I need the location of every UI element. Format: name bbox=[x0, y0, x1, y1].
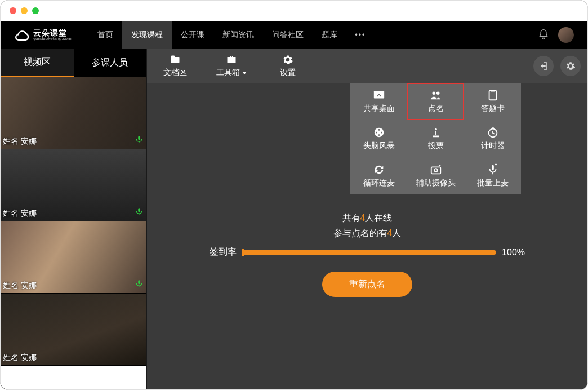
online-count-row: 共有4人在线 bbox=[210, 212, 525, 224]
side-tabs: 视频区 参课人员 bbox=[1, 49, 146, 77]
config-button[interactable] bbox=[560, 56, 581, 76]
rate-percent: 100% bbox=[502, 247, 525, 258]
roll-call-item[interactable]: 点名 bbox=[407, 83, 464, 120]
video-tile[interactable]: 姓名 安娜 bbox=[1, 77, 146, 149]
nav-public[interactable]: 公开课 bbox=[172, 21, 213, 49]
svg-point-15 bbox=[434, 169, 438, 172]
mic-icon bbox=[135, 207, 143, 218]
aux-camera-item[interactable]: 辅助摄像头 bbox=[407, 157, 464, 194]
participant-name: 姓名 安娜 bbox=[3, 353, 37, 363]
item-label: 共享桌面 bbox=[363, 104, 395, 114]
camera-plus-icon bbox=[429, 163, 443, 176]
timer-icon bbox=[486, 126, 500, 139]
rate-label: 签到率 bbox=[210, 246, 237, 258]
item-label: 头脑风暴 bbox=[363, 141, 395, 151]
folder-icon bbox=[169, 54, 181, 65]
participant-name: 姓名 安娜 bbox=[3, 281, 37, 291]
clipboard-icon bbox=[486, 89, 500, 101]
gear-icon bbox=[282, 54, 294, 65]
doc-area-button[interactable]: 文档区 bbox=[147, 49, 203, 83]
nav-question-bank[interactable]: 题库 bbox=[313, 21, 346, 49]
timer-item[interactable]: 计时器 bbox=[464, 120, 521, 157]
item-label: 点名 bbox=[428, 104, 444, 114]
settings-button[interactable]: 设置 bbox=[260, 49, 316, 83]
notification-bell-icon[interactable] bbox=[538, 29, 549, 42]
cloud-icon bbox=[14, 27, 30, 43]
brainstorm-item[interactable]: 头脑风暴 bbox=[350, 120, 407, 157]
svg-rect-12 bbox=[433, 136, 439, 138]
video-tile-empty bbox=[1, 366, 146, 389]
toolbox-label: 工具箱 bbox=[216, 68, 247, 78]
brand-sub: yunduoketang.com bbox=[33, 37, 72, 41]
video-tile[interactable]: 姓名 安娜 bbox=[1, 221, 146, 294]
briefcase-icon bbox=[225, 54, 238, 65]
video-tile[interactable]: 姓名 安娜 bbox=[1, 294, 146, 366]
nav-news[interactable]: 新闻资讯 bbox=[213, 21, 263, 49]
share-screen-icon bbox=[372, 89, 386, 101]
svg-rect-11 bbox=[435, 131, 436, 135]
mic-icon bbox=[135, 280, 143, 290]
main-toolbar: 文档区 工具箱 设置 bbox=[147, 49, 587, 83]
nav-qa[interactable]: 问答社区 bbox=[263, 21, 313, 49]
video-tile[interactable]: 姓名 安娜 bbox=[1, 149, 146, 221]
item-label: 批量上麦 bbox=[477, 178, 509, 188]
svg-rect-4 bbox=[491, 90, 495, 92]
gear-icon bbox=[565, 61, 576, 71]
item-label: 投票 bbox=[428, 141, 444, 151]
svg-point-6 bbox=[378, 129, 380, 131]
re-rollcall-button[interactable]: 重新点名 bbox=[322, 272, 412, 297]
app-window: 云朵课堂 yunduoketang.com 首页 发现课程 公开课 新闻资讯 问… bbox=[0, 0, 588, 390]
svg-point-2 bbox=[436, 92, 439, 95]
tab-video-area[interactable]: 视频区 bbox=[1, 49, 74, 77]
maximize-dot[interactable] bbox=[32, 7, 39, 14]
tab-participants[interactable]: 参课人员 bbox=[74, 49, 147, 77]
mic-up-icon bbox=[486, 163, 500, 176]
film-reel-icon bbox=[372, 126, 386, 139]
svg-point-10 bbox=[435, 128, 437, 131]
main-panel: 文档区 工具箱 设置 bbox=[147, 49, 587, 389]
video-sidebar: 视频区 参课人员 姓名 安娜 姓名 安娜 姓名 安娜 bbox=[1, 49, 147, 389]
people-icon bbox=[429, 89, 443, 101]
svg-point-9 bbox=[378, 134, 380, 136]
nav-home[interactable]: 首页 bbox=[88, 21, 122, 49]
nav-discover[interactable]: 发现课程 bbox=[122, 21, 172, 49]
mac-titlebar bbox=[1, 1, 587, 21]
vote-item[interactable]: 投票 bbox=[407, 120, 464, 157]
svg-rect-14 bbox=[431, 167, 440, 174]
minimize-dot[interactable] bbox=[21, 7, 28, 14]
exit-icon bbox=[538, 61, 549, 71]
svg-rect-16 bbox=[492, 165, 494, 170]
batch-mic-item[interactable]: 批量上麦 bbox=[464, 157, 521, 194]
item-label: 辅助摄像头 bbox=[416, 178, 456, 188]
main-content: 视频区 参课人员 姓名 安娜 姓名 安娜 姓名 安娜 bbox=[1, 49, 587, 389]
logo[interactable]: 云朵课堂 yunduoketang.com bbox=[14, 27, 72, 43]
mic-icon bbox=[135, 135, 143, 145]
answer-card-item[interactable]: 答题卡 bbox=[464, 83, 521, 120]
toolbox-button[interactable]: 工具箱 bbox=[203, 49, 260, 83]
video-list: 姓名 安娜 姓名 安娜 姓名 安娜 姓名 安娜 bbox=[1, 77, 146, 389]
item-label: 计时器 bbox=[481, 141, 505, 151]
brand-name: 云朵课堂 bbox=[33, 29, 72, 37]
close-dot[interactable] bbox=[10, 7, 16, 14]
svg-point-7 bbox=[376, 132, 377, 134]
app-body: 云朵课堂 yunduoketang.com 首页 发现课程 公开课 新闻资讯 问… bbox=[1, 21, 587, 389]
user-avatar[interactable] bbox=[558, 27, 574, 43]
participant-name: 姓名 安娜 bbox=[3, 136, 37, 147]
progress-bar bbox=[242, 250, 496, 255]
svg-point-1 bbox=[432, 92, 435, 95]
exit-button[interactable] bbox=[533, 56, 554, 76]
share-screen-item[interactable]: 共享桌面 bbox=[350, 83, 407, 120]
vote-icon bbox=[429, 126, 443, 139]
loop-icon bbox=[372, 163, 386, 176]
toolbox-dropdown: 共享桌面 点名 答题卡 头脑风暴 bbox=[350, 83, 521, 194]
doc-area-label: 文档区 bbox=[163, 68, 187, 78]
loop-mic-item[interactable]: 循环连麦 bbox=[350, 157, 407, 194]
nav-links: 首页 发现课程 公开课 新闻资讯 问答社区 题库 bbox=[88, 21, 375, 49]
nav-more[interactable] bbox=[346, 21, 375, 49]
participate-count-row: 参与点名的有4人 bbox=[210, 228, 525, 240]
svg-rect-3 bbox=[489, 91, 496, 100]
caret-down-icon bbox=[242, 72, 247, 74]
settings-label: 设置 bbox=[280, 68, 296, 78]
participant-name: 姓名 安娜 bbox=[3, 209, 37, 219]
item-label: 循环连麦 bbox=[363, 178, 395, 188]
